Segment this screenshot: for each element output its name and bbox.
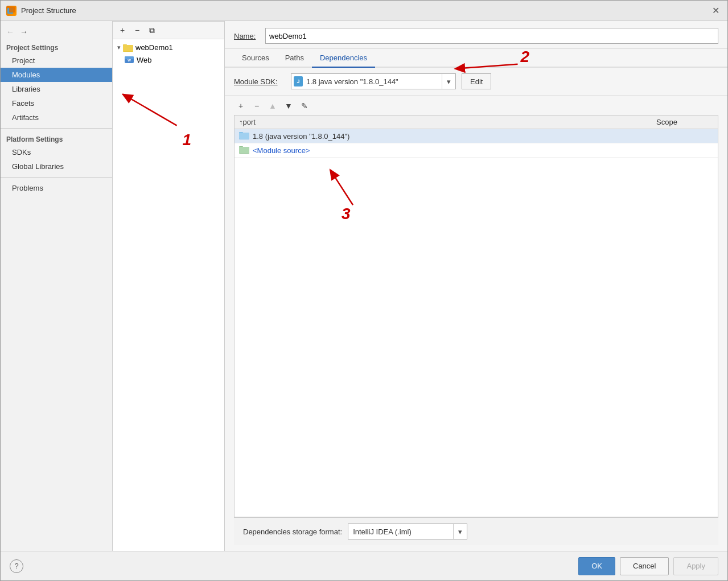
folder-icon [123,44,133,52]
storage-dropdown-arrow-icon[interactable]: ▾ [453,524,467,539]
sdk-edit-button[interactable]: Edit [462,73,491,89]
deps-add-button[interactable]: + [234,99,248,113]
svg-rect-4 [123,45,133,51]
name-label: Name: [234,32,260,40]
content-area: Name: Sources Paths Dependencies Module … [225,21,727,551]
sdk-dropdown-arrow-icon[interactable]: ▾ [442,74,455,89]
sdk-label: Module SDK: [234,77,285,86]
web-icon: W [124,55,134,64]
tree-copy-button[interactable]: ⧉ [146,24,158,36]
dialog-footer: ? OK Cancel Apply [1,551,727,580]
sidebar-item-artifacts[interactable]: Artifacts [1,110,112,125]
deps-toolbar: + − ▲ ▼ ✎ [234,96,718,115]
sdk-dropdown[interactable]: J 1.8 java version "1.8.0_144" ▾ [291,73,456,89]
sidebar-nav: ← → [1,23,112,40]
dep-sdk-text: 1.8 (java version "1.8.0_144") [253,132,349,141]
footer-left: ? [10,559,23,573]
sidebar-divider-2 [1,177,112,178]
storage-label: Dependencies storage format: [243,528,342,536]
deps-table-area: + − ▲ ▼ ✎ ↑port Scope [225,96,727,551]
name-row: Name: [225,21,727,49]
sdk-java-icon: J [291,76,303,86]
project-structure-dialog: Project Structure ✕ ← → Project Settings… [0,0,728,581]
title-bar-left: Project Structure [6,6,76,16]
title-bar: Project Structure ✕ [1,1,727,21]
tree-item-web[interactable]: W Web [113,53,224,66]
help-button[interactable]: ? [10,559,23,573]
svg-text:W: W [127,59,131,62]
dep-module-source-link[interactable]: <Module source> [253,146,310,155]
deps-remove-button[interactable]: − [250,99,264,113]
sidebar-divider [1,128,112,129]
sidebar-item-global-libraries[interactable]: Global Libraries [1,159,112,174]
main-content: ← → Project Settings Project Modules Lib… [1,21,727,551]
tree-toolbar: + − ⧉ [113,22,224,39]
dep-module-folder-icon [239,146,249,155]
deps-up-button[interactable]: ▲ [266,99,279,113]
deps-col-export-header: ↑port [239,118,656,126]
storage-format-row: Dependencies storage format: IntelliJ ID… [234,517,718,545]
sdk-row: Module SDK: J 1.8 java version "1.8.0_14… [225,68,727,96]
storage-format-inner: Dependencies storage format: IntelliJ ID… [243,524,467,539]
tab-paths[interactable]: Paths [277,49,312,68]
cancel-button[interactable]: Cancel [620,557,669,575]
dep-row-module-source[interactable]: <Module source> [235,143,718,158]
close-button[interactable]: ✕ [709,5,722,17]
deps-col-scope-header: Scope [656,118,713,126]
apply-button[interactable]: Apply [673,557,718,575]
sidebar-item-libraries[interactable]: Libraries [1,82,112,96]
sidebar: ← → Project Settings Project Modules Lib… [1,21,113,551]
platform-settings-label: Platform Settings [1,132,112,145]
tabs-row: Sources Paths Dependencies [225,49,727,68]
tree-chevron: ▾ [117,44,121,51]
svg-rect-13 [239,147,249,153]
sidebar-item-problems[interactable]: Problems [1,181,112,195]
module-tree-area: + − ⧉ ▾ webDemo1 [113,21,225,551]
name-input[interactable] [265,28,718,44]
tree-item-webdemo1[interactable]: ▾ webDemo1 [113,42,224,53]
storage-dropdown-text: IntelliJ IDEA (.iml) [348,528,453,536]
dep-sdk-folder-icon [239,131,249,141]
middle-section: + − ⧉ ▾ webDemo1 [113,21,727,551]
tab-sources[interactable]: Sources [234,49,277,68]
dep-module-name: <Module source> [239,146,656,155]
dialog-title: Project Structure [21,6,76,15]
sidebar-item-facets[interactable]: Facets [1,96,112,110]
tree-content: ▾ webDemo1 W [113,39,224,551]
app-icon [6,6,17,16]
nav-forward-button[interactable]: → [18,26,30,38]
deps-down-button[interactable]: ▼ [282,99,295,113]
tree-add-button[interactable]: + [116,24,129,36]
storage-dropdown[interactable]: IntelliJ IDEA (.iml) ▾ [348,524,467,539]
tree-remove-button[interactable]: − [131,24,143,36]
svg-rect-10 [239,133,249,139]
ok-button[interactable]: OK [578,557,615,575]
tab-dependencies[interactable]: Dependencies [312,49,375,68]
nav-back-button[interactable]: ← [4,26,17,38]
footer-right: OK Cancel Apply [578,557,718,575]
dep-row-sdk[interactable]: 1.8 (java version "1.8.0_144") [235,129,718,143]
sidebar-item-modules[interactable]: Modules [1,68,112,82]
sdk-dropdown-text: 1.8 java version "1.8.0_144" [303,77,442,86]
deps-table-header: ↑port Scope [235,116,718,129]
tree-item-web-label: Web [137,56,152,64]
deps-edit-button[interactable]: ✎ [298,99,311,113]
deps-table: ↑port Scope [234,115,718,517]
sidebar-item-sdks[interactable]: SDKs [1,145,112,159]
sidebar-item-project[interactable]: Project [1,53,112,68]
tree-item-webdemo1-label: webDemo1 [135,43,173,52]
dep-sdk-name: 1.8 (java version "1.8.0_144") [239,131,656,141]
svg-rect-1 [9,7,15,13]
project-settings-label: Project Settings [1,40,112,53]
